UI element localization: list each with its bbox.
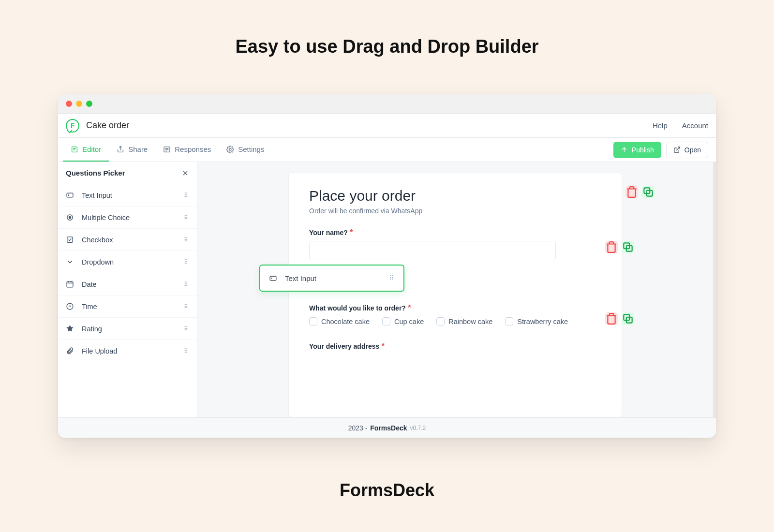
publish-label: Publish (632, 146, 654, 154)
text-input-icon (269, 274, 277, 282)
editor-icon (71, 146, 78, 153)
picker-item-checkbox[interactable]: Checkbox⠿ (58, 229, 197, 251)
share-icon (117, 146, 124, 153)
form-name: Cake order (86, 120, 129, 131)
trash-icon (605, 241, 618, 253)
checkbox-label: Strawberry cake (517, 318, 568, 325)
copy-icon (622, 312, 634, 325)
copy-icon (622, 241, 634, 253)
hero-title: Easy to use Drag and Drop Builder (0, 0, 774, 57)
drag-handle-icon[interactable]: ⠿ (389, 275, 395, 281)
tab-share[interactable]: Share (109, 138, 155, 162)
field-name-label: Your name? (309, 229, 348, 236)
footer-product: FormsDeck (370, 424, 407, 432)
tab-responses-label: Responses (175, 145, 211, 153)
form-title[interactable]: Place your order (309, 188, 601, 204)
svg-point-5 (69, 216, 71, 218)
checkbox-option[interactable]: Rainbow cake (436, 317, 492, 325)
minimize-window-icon[interactable] (76, 101, 82, 107)
close-window-icon[interactable] (66, 101, 72, 107)
checkbox-icon (66, 236, 74, 244)
drag-handle-icon[interactable]: ⠿ (184, 303, 189, 310)
checkbox-label: Cup cake (394, 318, 424, 325)
dragging-text-input-chip[interactable]: Text Input ⠿ (259, 265, 404, 292)
picker-item-time[interactable]: Time⠿ (58, 296, 197, 318)
field-order-label: What would you like to order? (309, 304, 406, 312)
checkbox-option[interactable]: Chocolate cake (309, 317, 370, 325)
responses-icon (163, 146, 171, 153)
open-external-icon (673, 146, 681, 153)
close-picker-button[interactable] (181, 169, 189, 177)
checkbox-option[interactable]: Strawberry cake (505, 317, 568, 325)
open-label: Open (685, 146, 701, 154)
duplicate-order-button[interactable] (622, 312, 634, 325)
drag-handle-icon[interactable]: ⠿ (184, 259, 189, 266)
drag-handle-icon[interactable]: ⠿ (184, 325, 189, 332)
checkbox-box-icon (436, 317, 445, 325)
app-footer: 2023 - FormsDeck v0.7.2 (58, 417, 716, 438)
drag-handle-icon[interactable]: ⠿ (184, 281, 189, 288)
dropdown-icon (66, 258, 74, 266)
drag-handle-icon[interactable]: ⠿ (184, 236, 189, 243)
formsdeck-logo-icon: F (66, 119, 79, 133)
picker-item-label: Multiple Choice (82, 214, 130, 222)
radio-icon (66, 213, 74, 222)
star-icon (66, 325, 74, 333)
delete-title-button[interactable] (625, 186, 638, 198)
required-marker: * (408, 304, 411, 312)
picker-item-label: Dropdown (82, 258, 114, 266)
name-input[interactable] (309, 241, 556, 260)
maximize-window-icon[interactable] (86, 101, 92, 107)
picker-item-multiple-choice[interactable]: Multiple Choice⠿ (58, 207, 197, 229)
picker-item-rating[interactable]: Rating⠿ (58, 318, 197, 340)
window-titlebar (58, 94, 716, 114)
checkbox-label: Rainbow cake (448, 318, 492, 325)
picker-item-date[interactable]: Date⠿ (58, 273, 197, 296)
copy-icon (642, 186, 655, 198)
duplicate-name-button[interactable] (622, 241, 634, 253)
checkbox-box-icon (382, 317, 390, 325)
main-area: Questions Picker Text Input⠿Multiple Cho… (58, 162, 716, 417)
picker-item-dropdown[interactable]: Dropdown⠿ (58, 251, 197, 273)
tabs-bar: Editor Share Responses Settings Publish (58, 138, 716, 162)
checkbox-box-icon (309, 317, 317, 325)
tab-settings-label: Settings (238, 145, 264, 153)
picker-item-label: Time (82, 303, 97, 310)
tab-responses[interactable]: Responses (155, 138, 219, 162)
drag-handle-icon[interactable]: ⠿ (184, 192, 189, 199)
picker-item-label: File Upload (82, 347, 117, 355)
svg-rect-3 (67, 193, 73, 197)
footer-version: v0.7.2 (410, 425, 426, 431)
picker-item-file-upload[interactable]: File Upload⠿ (58, 340, 197, 362)
clock-icon (66, 302, 74, 310)
tab-editor[interactable]: Editor (63, 138, 109, 162)
picker-item-text-input[interactable]: Text Input⠿ (58, 184, 197, 207)
drag-handle-icon[interactable]: ⠿ (184, 214, 189, 221)
publish-button[interactable]: Publish (613, 142, 661, 158)
delete-order-button[interactable] (605, 312, 618, 325)
trash-icon (625, 186, 638, 198)
calendar-icon (66, 280, 74, 288)
picker-item-label: Date (82, 281, 97, 288)
help-link[interactable]: Help (653, 121, 668, 130)
dragging-chip-label: Text Input (285, 274, 316, 282)
form-subtitle[interactable]: Order will be confirmed via WhatsApp (309, 207, 601, 215)
field-address: Your delivery address * (309, 342, 601, 351)
svg-point-2 (229, 148, 231, 150)
drag-handle-icon[interactable]: ⠿ (184, 348, 189, 355)
checkbox-label: Chocolate cake (321, 318, 370, 325)
account-link[interactable]: Account (682, 121, 708, 130)
checkbox-option[interactable]: Cup cake (382, 317, 424, 325)
svg-rect-7 (67, 282, 73, 287)
form-canvas[interactable]: Place your order Order will be confirmed… (197, 162, 713, 417)
app-header: F Cake order Help Account (58, 114, 716, 138)
svg-rect-15 (270, 276, 276, 281)
delete-name-button[interactable] (605, 241, 618, 253)
text-input-icon (66, 191, 74, 199)
open-button[interactable]: Open (666, 142, 708, 158)
duplicate-title-button[interactable] (642, 186, 655, 198)
publish-icon (621, 146, 628, 153)
paperclip-icon (66, 347, 74, 355)
picker-title: Questions Picker (66, 169, 125, 177)
tab-settings[interactable]: Settings (219, 138, 272, 162)
